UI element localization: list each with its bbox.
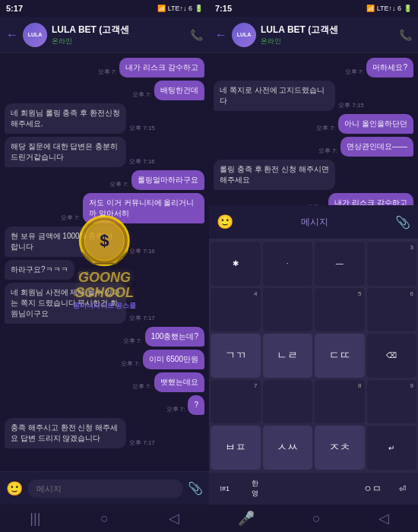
key-special-chars[interactable]: !#1	[211, 476, 239, 502]
nav-menu-button[interactable]: |||	[30, 511, 40, 527]
right-nav-mic[interactable]: 🎤	[238, 510, 255, 527]
key-row-1: 4 5 6	[211, 288, 416, 332]
right-msg-4: 오후 7: 면상관인데요——	[214, 137, 413, 157]
key-5[interactable]: 5	[315, 288, 365, 332]
keyboard-rows: ✱ · — 3 4 5 6 ㄱㄲ ㄴㄹ ㄷㄸ ⌫ 7	[209, 239, 418, 473]
left-messages-area: $ GOONG SCHOOL 꽁머니사이트 꽁스쿨 오후 7: 내가 리스크 감…	[0, 53, 209, 471]
left-chat-header: ← LULA LULA BET (고객센 온라인 📞	[0, 17, 209, 53]
right-message-label: 메시지	[301, 216, 328, 229]
key-4[interactable]: 4	[211, 288, 261, 332]
right-msg-3: 오후 7: 아니 올인을하단던	[214, 114, 413, 134]
key-3[interactable]: 3	[367, 242, 417, 286]
key-giyeok[interactable]: ㄱㄲ	[211, 334, 261, 378]
phone-icon[interactable]: 📞	[190, 29, 203, 41]
left-input-bar: 🙂 📎	[0, 471, 209, 505]
left-header-actions[interactable]: 📞	[190, 29, 203, 41]
msg-10: 오후 7: 100충했는데?	[5, 327, 204, 347]
right-msg-5: 롤링 충족 후 환전 신청 해주시면 해주세요	[214, 160, 413, 190]
key-dash[interactable]: —	[315, 242, 365, 286]
key-row-3: 7 8 9	[211, 380, 416, 424]
key-jieut[interactable]: ㅈㅊ	[315, 426, 365, 470]
msg-13: 오후 7: ?	[5, 395, 204, 415]
right-messages-area: 오후 7: 머하세요? 네 쪽지로 사전에 고지드렸습니다 오후 7:15 오후…	[209, 53, 418, 205]
right-nav-home[interactable]: ○	[312, 511, 321, 527]
msg-12: 오후 7: 뱃했는데요	[5, 372, 204, 392]
right-chat-header: ← LULA LULA BET (고객센 온라인 📞	[209, 17, 418, 53]
right-status-icons: 📶 LTE↑↓ 6 🔋	[366, 5, 412, 12]
left-avatar: LULA	[23, 23, 47, 47]
msg-6: 오후 7: 저도 이거 커뮤니티에 올리거니까 알아서히	[5, 193, 204, 223]
key-enter[interactable]: ↵	[367, 426, 417, 470]
right-nav-bar: 🎤 ○ ◁	[209, 505, 418, 532]
key-asterisk[interactable]: ✱	[211, 242, 261, 286]
key-8-blank[interactable]	[263, 380, 313, 424]
right-phone-icon[interactable]: 📞	[399, 29, 412, 41]
key-6[interactable]: 6	[367, 288, 417, 332]
left-status-bar: 5:17 📶 LTE↑↓ 6 🔋	[0, 0, 209, 17]
right-header-info: LULA BET (고객센 온라인	[261, 24, 394, 46]
right-emoji-button[interactable]: 🙂	[217, 214, 233, 230]
right-back-button[interactable]: ←	[215, 28, 227, 42]
key-digeut[interactable]: ㄷㄸ	[315, 334, 365, 378]
msg-14: 충족 해주시고 환전 신청 해주세요 답변 드리지 않겠습니다 오후 7:17	[5, 418, 204, 448]
key-bieup[interactable]: ㅂㅍ	[211, 426, 261, 470]
right-online-status: 온라인	[261, 36, 394, 46]
key-row-4: ㅂㅍ ㅅㅆ ㅈㅊ ↵	[211, 426, 416, 470]
key-9[interactable]: 9	[367, 380, 417, 424]
key-space[interactable]	[271, 476, 356, 502]
key-return[interactable]: ⏎	[388, 476, 416, 502]
msg-9: 네 회원님 사전에 제재 될수 있다는 쪽지 드렸습니다 무시한건 회원님이구요…	[5, 283, 204, 324]
key-row-2: ㄱㄲ ㄴㄹ ㄷㄸ ⌫	[211, 334, 416, 378]
left-status-icons: 📶 LTE↑↓ 6 🔋	[157, 5, 203, 12]
key-backspace[interactable]: ⌫	[367, 334, 417, 378]
right-chat-name: LULA BET (고객센	[261, 24, 394, 36]
msg-7: 현 보유 금액에 1000% 충족 바랍니다 오후 7:16	[5, 226, 204, 257]
left-online-status: 온라인	[52, 36, 185, 46]
left-chat-name: LULA BET (고객센	[52, 24, 185, 36]
key-row-0: ✱ · — 3	[211, 242, 416, 286]
msg-8: 하라구요?ㅋㅋㅋ 오후 7:	[5, 260, 204, 280]
key-7[interactable]: 7	[211, 380, 261, 424]
back-button[interactable]: ←	[6, 28, 18, 42]
right-status-bar: 7:15 📶 LTE↑↓ 6 🔋	[209, 0, 418, 17]
key-dot[interactable]: ·	[263, 242, 313, 286]
right-msg-2: 네 쪽지로 사전에 고지드렸습니다 오후 7:15	[214, 81, 413, 111]
key-ieung[interactable]: ㅇㅁ	[358, 476, 387, 502]
right-msg-1: 오후 7: 머하세요?	[214, 58, 413, 78]
left-chat-screen: 5:17 📶 LTE↑↓ 6 🔋 ← LULA LULA BET (고객센 온라…	[0, 0, 209, 532]
emoji-button[interactable]: 🙂	[6, 480, 23, 497]
right-message-bar: 🙂 메시지 📎	[209, 205, 418, 239]
msg-2: 오후 7: 배팅한건데	[5, 81, 204, 100]
nav-home-button[interactable]: ○	[100, 511, 109, 527]
msg-11: 오후 7: 이미 6500만원	[5, 350, 204, 369]
attach-button[interactable]: 📎	[188, 481, 203, 496]
key-nieun[interactable]: ㄴㄹ	[263, 334, 313, 378]
right-avatar: LULA	[232, 23, 256, 47]
msg-4: 해당 질문에 대한 답변은 충분히 드린거같습니다 오후 7:16	[5, 137, 204, 167]
msg-3: 네 회원님 롤링 충족 후 환전신청 해주세요. 오후 7:15	[5, 103, 204, 134]
nav-back-button[interactable]: ◁	[169, 510, 179, 527]
right-chat-screen: 7:15 📶 LTE↑↓ 6 🔋 ← LULA LULA BET (고객센 온라…	[209, 0, 418, 532]
right-attach-button[interactable]: 📎	[395, 215, 410, 230]
msg-5: 오후 7: 롤링얼마하라구요	[5, 170, 204, 190]
keyboard-bottom-bar: !#1 한영 ㅇㅁ ⏎	[209, 473, 418, 505]
key-siot[interactable]: ㅅㅆ	[263, 426, 313, 470]
key-8[interactable]: 8	[315, 380, 365, 424]
key-5-blank[interactable]	[263, 288, 313, 332]
right-time: 7:15	[215, 4, 232, 13]
key-lang-switch[interactable]: 한영	[241, 476, 270, 502]
left-nav-bar: ||| ○ ◁	[0, 505, 209, 532]
msg-1: 오후 7: 내가 리스크 감수하고	[5, 58, 204, 78]
left-time: 5:17	[6, 4, 23, 13]
right-header-actions[interactable]: 📞	[399, 29, 412, 41]
message-input-left[interactable]	[27, 480, 183, 498]
keyboard[interactable]: ✱ · — 3 4 5 6 ㄱㄲ ㄴㄹ ㄷㄸ ⌫ 7	[209, 239, 418, 505]
right-msg-6: 오후 7: 내가 리스크 감수하고	[214, 193, 413, 205]
left-header-info: LULA BET (고객센 온라인	[52, 24, 185, 46]
right-nav-back[interactable]: ◁	[378, 510, 389, 527]
